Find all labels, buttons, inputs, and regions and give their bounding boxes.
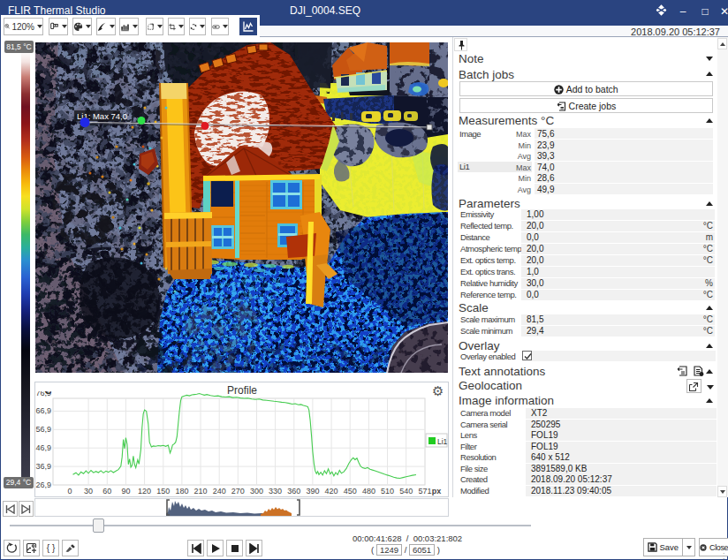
svg-text:90: 90: [121, 487, 130, 496]
svg-text:360: 360: [287, 487, 300, 496]
svg-text:px: px: [432, 487, 442, 496]
svg-text:⚙: ⚙: [432, 383, 444, 398]
svg-text:390: 390: [306, 487, 319, 496]
svg-text:571: 571: [418, 487, 431, 496]
svg-text:150: 150: [156, 487, 170, 496]
svg-text:26,9: 26,9: [35, 481, 51, 489]
svg-text:66,9: 66,9: [35, 406, 51, 415]
svg-text:36,9: 36,9: [35, 462, 51, 471]
svg-text:0: 0: [67, 487, 72, 496]
svg-text:300: 300: [250, 487, 263, 496]
svg-text:270: 270: [231, 487, 245, 496]
svg-text:420: 420: [325, 487, 338, 496]
svg-text:56,9: 56,9: [35, 425, 51, 434]
svg-text:330: 330: [269, 487, 282, 496]
svg-text:Profile: Profile: [227, 384, 257, 397]
svg-text:46,9: 46,9: [35, 443, 51, 452]
svg-text:210: 210: [193, 487, 207, 496]
svg-text:540: 540: [399, 487, 413, 496]
svg-text:510: 510: [381, 487, 394, 496]
svg-text:Li1: Li1: [437, 437, 448, 446]
svg-text:180: 180: [175, 487, 188, 496]
svg-text:60: 60: [102, 487, 111, 496]
svg-text:240: 240: [213, 487, 226, 496]
svg-text:30: 30: [84, 487, 93, 496]
svg-text:450: 450: [344, 487, 357, 496]
svg-text:120: 120: [138, 487, 151, 496]
svg-text:480: 480: [362, 487, 375, 496]
